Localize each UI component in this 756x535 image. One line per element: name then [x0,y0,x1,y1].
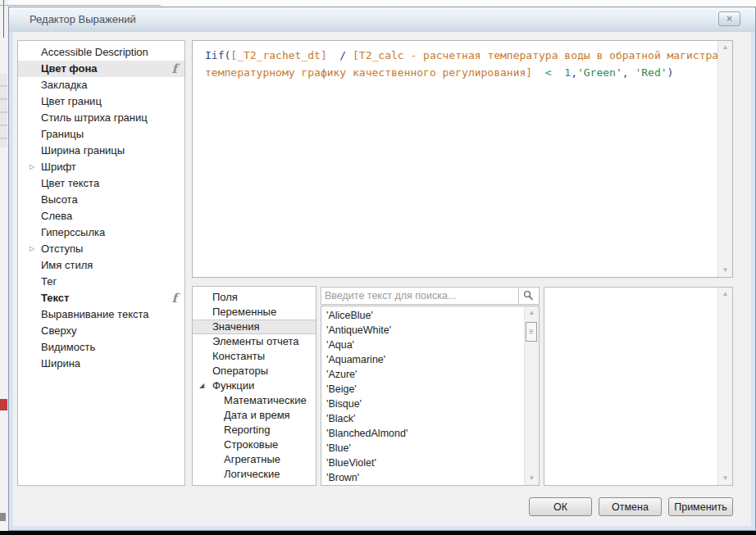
close-icon[interactable]: × [718,11,740,26]
background-fragment [0,399,7,410]
category-item[interactable]: Операторы [193,364,316,379]
property-item[interactable]: Тег [18,274,184,290]
expression-text[interactable]: Iif([_T2_rachet_dt] / [T2_calc - расчетн… [193,41,718,277]
value-item[interactable]: 'AntiqueWhite' [321,323,539,338]
code-line: температурному графику качественного рег… [205,64,718,81]
description-scrollbar[interactable]: ▲ ▼ [717,288,732,485]
search-button[interactable] [518,288,539,304]
scrollbar-thumb[interactable]: ≡ [526,322,537,342]
value-item[interactable]: 'AliceBlue' [321,308,539,323]
property-label: Ширина границы [41,143,184,159]
value-item[interactable]: 'Black' [321,411,539,426]
cancel-button[interactable]: Отмена [599,497,662,516]
value-item[interactable]: 'Beige' [321,382,539,397]
category-label: Математические [224,393,316,408]
scroll-down-icon[interactable]: ▼ [718,264,732,277]
category-item[interactable]: Дата и время [193,408,316,423]
apply-button[interactable]: Применить [668,497,733,516]
dialog-body: Accessible DescriptionЦвет фонаfЗакладка… [13,32,751,526]
property-label: Гиперссылка [41,224,184,241]
property-label: Ширина [41,356,184,372]
value-item[interactable]: 'Aquamarine' [321,352,539,367]
ok-button[interactable]: ОК [529,497,592,516]
category-label: Reporting [224,423,316,438]
property-item[interactable]: Закладка [18,77,184,93]
category-item[interactable]: ◢Функции [193,379,316,393]
property-item[interactable]: Видимость [18,339,184,356]
property-item[interactable]: Высота [18,192,184,208]
value-item[interactable]: 'Bisque' [321,397,539,411]
category-label: Агрегатные [224,452,316,467]
property-label: Accessible Description [41,44,184,61]
property-label: Сверху [41,323,184,339]
property-item[interactable]: Цвет текста [18,175,184,192]
property-item[interactable]: ▷Отступы [18,241,184,257]
value-item[interactable]: 'Brown' [321,470,539,485]
category-label: Логические [224,467,316,482]
property-item[interactable]: Цвет фонаf [18,61,184,77]
background-fragment [0,513,6,521]
property-item[interactable]: ▷Шрифт [18,159,184,175]
code-scrollbar[interactable]: ▲ ▼ [717,41,732,277]
category-item[interactable]: Математические [193,393,316,408]
value-item[interactable]: 'BlueViolet' [321,456,539,470]
code-token-string: 'Red' [635,66,667,79]
category-item[interactable]: Поля [193,290,316,305]
code-token-number: 1 [564,66,571,79]
value-item[interactable]: 'Azure' [321,367,539,382]
scroll-up-icon[interactable]: ▲ [718,41,732,54]
property-label: Видимость [41,339,184,356]
scroll-down-icon[interactable]: ▼ [525,472,539,485]
property-item[interactable]: Ширина [18,356,184,372]
category-item[interactable]: Элементы отчета [193,334,316,349]
property-item[interactable]: Слева [18,208,184,224]
scroll-up-icon[interactable]: ▲ [718,288,732,301]
property-item[interactable]: Стиль штриха границ [18,110,184,126]
code-token-plain: / [327,49,353,61]
background-fragment-top [0,5,161,6]
property-item[interactable]: Ширина границы [18,143,184,159]
property-item[interactable]: Accessible Description [18,44,184,61]
property-item[interactable]: Границы [18,126,184,143]
search-input[interactable] [321,288,525,304]
scroll-down-icon[interactable]: ▼ [718,472,732,485]
property-item[interactable]: Сверху [18,323,184,339]
category-item[interactable]: Переменные [193,305,316,320]
value-item[interactable]: 'Blue' [321,441,539,456]
category-item[interactable]: Агрегатные [193,452,316,467]
category-item[interactable]: Логические [193,467,316,482]
property-label: Границы [41,126,184,143]
expander-icon[interactable]: ◢ [196,379,207,393]
property-item[interactable]: Выравнивание текста [18,306,184,323]
search-box [321,287,540,305]
property-item[interactable]: Текстf [18,290,184,306]
properties-list: Accessible DescriptionЦвет фонаfЗакладка… [17,40,185,486]
category-label: Функции [212,379,316,393]
category-item[interactable]: Константы [193,349,316,364]
expander-icon[interactable]: ▷ [26,241,38,257]
property-item[interactable]: Имя стиля [18,257,184,274]
search-icon [523,290,534,302]
scroll-up-icon[interactable]: ▲ [525,306,539,320]
property-item[interactable]: Цвет границ [18,93,184,110]
value-item[interactable]: 'Aqua' [321,338,539,352]
category-item[interactable]: Значения [193,320,316,334]
expression-editor[interactable]: Iif([_T2_rachet_dt] / [T2_calc - расчетн… [192,40,733,278]
code-token-plain [552,66,565,79]
category-item[interactable]: Reporting [193,423,316,438]
values-scrollbar[interactable]: ▲ ≡ ▼ [524,306,539,485]
background-fragment-bottom [0,531,756,535]
category-label: Элементы отчета [212,334,316,349]
property-item[interactable]: Гиперссылка [18,224,184,241]
title-bar[interactable]: Редактор Выражений × [9,7,755,32]
code-token-plain: , [571,66,577,79]
property-label: Стиль штриха границ [41,110,184,126]
fx-icon: f [172,61,177,77]
category-item[interactable]: Строковые [193,438,316,452]
expression-editor-dialog: Редактор Выражений × Accessible Descript… [8,7,756,531]
values-list: 'AliceBlue''AntiqueWhite''Aqua''Aquamari… [321,306,540,486]
code-token-field: температурному графику качественного рег… [205,66,532,79]
expander-icon[interactable]: ▷ [26,159,38,175]
property-label: Слева [41,208,184,224]
value-item[interactable]: 'BlanchedAlmond' [321,426,539,441]
